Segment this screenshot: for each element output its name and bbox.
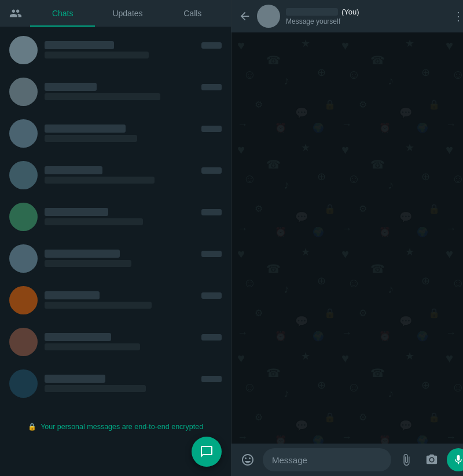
chat-name xyxy=(45,250,120,258)
chat-time xyxy=(201,167,222,174)
back-button[interactable] xyxy=(238,10,251,23)
contact-avatar[interactable] xyxy=(257,5,280,28)
you-label: (You) xyxy=(341,8,359,16)
chat-list xyxy=(0,27,231,416)
new-chat-button[interactable] xyxy=(192,437,222,467)
list-item[interactable] xyxy=(0,71,231,112)
emoji-button[interactable] xyxy=(237,449,258,470)
contact-name-blur xyxy=(286,8,338,16)
chat-name xyxy=(45,291,100,299)
chat-preview xyxy=(45,135,137,142)
chat-background: ♥ ☎ ★ ☺ ♪ ⊕ ⚙ 💬 🔒 xyxy=(232,32,463,444)
avatar xyxy=(9,244,38,273)
left-panel: Chats Updates Calls xyxy=(0,0,232,476)
more-options-button[interactable]: ⋮ xyxy=(448,5,463,28)
right-panel: (You) Message yourself ⋮ ♥ ☎ ★ ☺ xyxy=(232,0,463,476)
chat-name xyxy=(45,333,111,341)
avatar xyxy=(9,328,38,356)
fab-row xyxy=(9,437,222,467)
contact-name-row: (You) xyxy=(286,8,442,16)
contact-subtitle: Message yourself xyxy=(286,17,442,25)
avatar xyxy=(9,78,38,106)
camera-button[interactable] xyxy=(421,449,442,470)
list-item[interactable] xyxy=(0,154,231,196)
chat-preview xyxy=(45,177,155,184)
list-item[interactable] xyxy=(0,279,231,321)
avatar xyxy=(9,119,38,148)
chat-name xyxy=(45,41,114,49)
tab-calls[interactable]: Calls xyxy=(160,0,225,27)
chat-name xyxy=(45,83,97,91)
avatar xyxy=(9,36,38,64)
chat-header: (You) Message yourself ⋮ xyxy=(232,0,463,32)
left-footer: 🔒 Your personal messages are end-to-end … xyxy=(0,416,231,476)
tabs-bar: Chats Updates Calls xyxy=(0,0,231,27)
chat-time xyxy=(201,334,222,340)
avatar xyxy=(9,161,38,189)
chat-name xyxy=(45,125,126,133)
chat-time xyxy=(201,42,222,49)
attachment-button[interactable] xyxy=(396,449,417,470)
chat-time xyxy=(201,376,222,382)
encryption-link[interactable]: end-to-end encrypted xyxy=(134,423,203,431)
chat-preview xyxy=(45,343,140,350)
avatar xyxy=(9,369,38,398)
list-item[interactable] xyxy=(0,321,231,363)
svg-rect-12 xyxy=(232,32,463,444)
list-item[interactable] xyxy=(0,112,231,154)
chat-time xyxy=(201,209,222,215)
chat-time xyxy=(201,251,222,257)
avatar xyxy=(9,286,38,314)
chat-time xyxy=(201,84,222,90)
chat-preview xyxy=(45,302,152,309)
chat-preview xyxy=(45,93,160,100)
chat-name xyxy=(45,375,105,383)
list-item[interactable] xyxy=(0,29,231,71)
chat-time xyxy=(201,126,222,132)
bg-pattern-svg: ♥ ☎ ★ ☺ ♪ ⊕ ⚙ 💬 🔒 xyxy=(232,32,463,444)
chat-preview xyxy=(45,218,143,225)
contacts-icon[interactable] xyxy=(6,3,25,23)
lock-icon: 🔒 xyxy=(28,423,36,431)
avatar xyxy=(9,203,38,231)
mic-button[interactable] xyxy=(447,448,463,471)
chat-preview xyxy=(45,52,149,58)
chat-input-bar xyxy=(232,444,463,476)
chat-name xyxy=(45,208,108,216)
list-item[interactable] xyxy=(0,237,231,279)
list-item[interactable] xyxy=(0,363,231,404)
encryption-notice: 🔒 Your personal messages are end-to-end … xyxy=(9,423,222,431)
chat-preview xyxy=(45,385,146,392)
tab-updates[interactable]: Updates xyxy=(95,0,160,27)
tab-chats[interactable]: Chats xyxy=(30,0,95,27)
chat-time xyxy=(201,292,222,299)
chat-preview xyxy=(45,260,131,267)
list-item[interactable] xyxy=(0,196,231,237)
chat-name xyxy=(45,166,102,174)
message-input[interactable] xyxy=(263,448,391,471)
